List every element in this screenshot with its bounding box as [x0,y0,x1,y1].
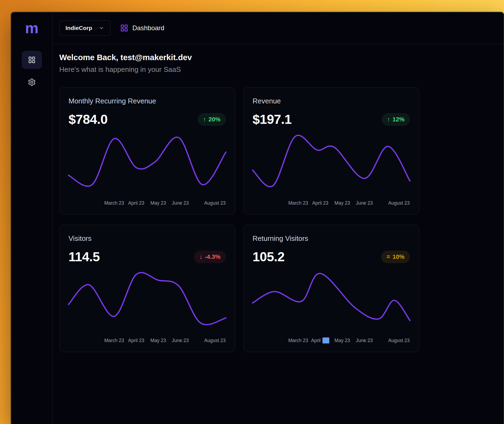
sidebar-item-settings[interactable] [22,73,42,91]
trend-badge-text: 10% [393,253,405,260]
line-chart-revenue [253,135,410,187]
app-logo: m [25,20,38,36]
x-tick: April 23 [128,200,144,206]
chevron-down-icon [99,25,104,31]
settings-gear-icon [28,78,36,86]
arrow-up-icon: ↑ [203,116,206,122]
metric-card-mrr: Monthly Recurring Revenue $784.0 ↑ 20% M… [59,87,235,215]
x-tick: March 23 [104,338,124,343]
x-tick: March 23 [288,200,308,206]
breadcrumb: Dashboard [120,24,164,32]
x-tick: August 23 [388,200,410,206]
page-title: Dashboard [132,24,164,32]
x-tick: March 23 [104,200,124,206]
x-axis-labels: March 23 April 23 May 23 June 23 August … [253,200,410,207]
x-tick: June 23 [356,200,373,206]
arrow-up-icon: ↑ [387,116,390,122]
trend-badge-text: -4.3% [205,253,220,260]
x-tick: May 23 [334,200,350,206]
x-tick-april: April23 [311,338,329,343]
line-chart-mrr [69,135,226,187]
metric-card-returning-visitors: Returning Visitors 105.2 = 10% March 23 [243,225,419,352]
dashboard-grid-icon [120,24,128,32]
card-title: Monthly Recurring Revenue [69,97,226,105]
card-title: Visitors [69,234,226,243]
sidebar-item-dashboard[interactable] [22,51,42,69]
value-row: 114.5 ↓ -4.3% [69,249,226,264]
x-tick: June 23 [172,338,189,343]
card-title: Returning Visitors [253,234,410,243]
trend-badge-up: ↑ 20% [198,113,226,126]
trend-badge-down: ↓ -4.3% [194,251,226,263]
sidebar-nav [22,51,42,91]
selected-text-highlight: 23 [322,337,329,343]
card-title: Revenue [253,97,410,105]
sidebar: m [11,12,52,424]
top-bar: IndieCorp Dashboard [52,12,504,44]
x-tick: June 23 [172,200,189,206]
x-tick: August 23 [204,338,226,343]
x-tick: August 23 [388,338,410,343]
x-tick: August 23 [204,200,226,206]
line-chart-returning-visitors [253,272,410,324]
trend-badge-up: ↑ 12% [382,113,410,126]
arrow-down-icon: ↓ [200,254,203,260]
metric-value: 105.2 [253,249,285,264]
team-selector-label: IndieCorp [66,25,92,31]
welcome-subtitle: Here's what is happening in your SaaS [59,65,504,74]
x-tick-april-text: April [311,338,321,343]
x-tick: May 23 [150,200,166,206]
x-tick: May 23 [334,338,350,343]
app-window: m [11,12,504,424]
metric-card-visitors: Visitors 114.5 ↓ -4.3% March 23 April 23 [59,225,235,352]
main-area: IndieCorp Dashboard Welcome Back, test@m… [52,12,504,424]
metric-card-revenue: Revenue $197.1 ↑ 12% March 23 April 23 [243,87,419,215]
value-row: 105.2 = 10% [253,249,410,264]
x-axis-labels: March 23 April 23 May 23 June 23 August … [69,200,226,207]
x-tick: March 23 [288,338,308,343]
value-row: $197.1 ↑ 12% [253,112,410,127]
equals-icon: = [387,254,390,260]
x-tick: April 23 [312,200,328,206]
metric-value: $784.0 [69,112,108,127]
x-tick: June 23 [356,338,373,343]
welcome-heading: Welcome Back, test@makerkit.dev [59,53,504,62]
x-axis-labels: March 23 April23 May 23 June 23 August 2… [253,338,410,344]
trend-badge-text: 20% [209,116,220,123]
team-selector-button[interactable]: IndieCorp [59,20,110,36]
x-axis-labels: March 23 April 23 May 23 June 23 August … [69,338,226,344]
metric-value: 114.5 [69,249,100,264]
line-chart-visitors [69,272,226,324]
grid-icon [28,56,36,64]
metric-cards-grid: Monthly Recurring Revenue $784.0 ↑ 20% M… [59,87,419,352]
trend-badge-flat: = 10% [381,251,410,263]
x-tick: April 23 [128,338,144,343]
x-tick: May 23 [150,338,166,343]
value-row: $784.0 ↑ 20% [69,112,226,127]
trend-badge-text: 12% [393,116,405,123]
metric-value: $197.1 [253,112,292,127]
dashboard-content: Welcome Back, test@makerkit.dev Here's w… [52,44,504,352]
